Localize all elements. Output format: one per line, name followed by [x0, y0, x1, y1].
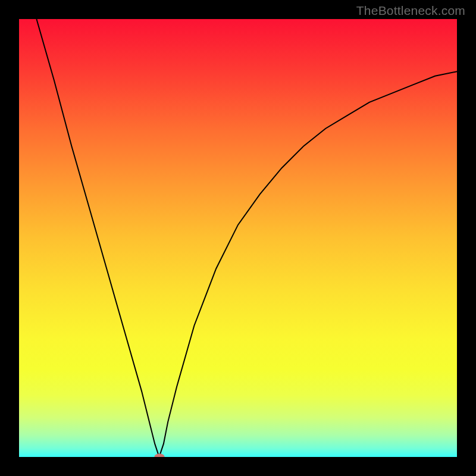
watermark-text: TheBottleneck.com — [356, 4, 465, 18]
bottleneck-curve — [36, 19, 457, 457]
chart-container: TheBottleneck.com — [0, 0, 476, 476]
minimum-marker — [154, 454, 164, 458]
curve-layer — [19, 19, 457, 457]
plot-area — [19, 19, 457, 457]
